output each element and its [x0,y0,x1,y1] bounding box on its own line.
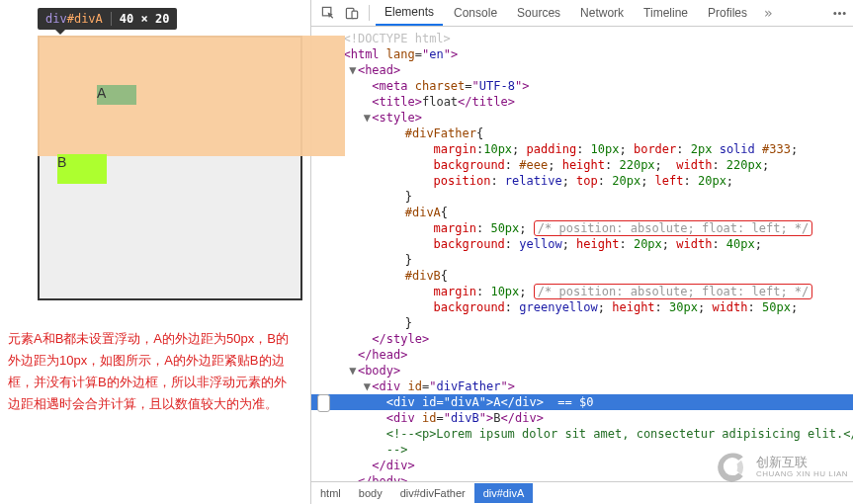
devtools-panel: Elements Console Sources Network Timelin… [310,0,853,504]
svg-point-4 [838,12,840,14]
dom-tree[interactable]: <!DOCTYPE html> <html lang="en"> ▼<head>… [311,27,853,481]
svg-point-3 [833,12,835,14]
preview-divB: B [57,154,107,184]
watermark-en: CHUANG XIN HU LIAN [756,470,848,479]
tab-profiles[interactable]: Profiles [699,1,756,25]
dom-line[interactable]: #divFather{ [311,126,853,141]
svg-point-5 [843,12,845,14]
watermark-zh: 创新互联 [756,456,848,469]
dom-line[interactable]: ▼<style> [311,110,853,126]
dom-line[interactable]: background: yellow; height: 20px; width:… [311,236,853,252]
dom-line[interactable]: } [311,189,853,205]
select-element-icon[interactable] [317,2,339,24]
margin-highlight [38,36,345,156]
divider [369,5,370,21]
dom-line[interactable]: <title>float</title> [311,94,853,110]
tab-sources[interactable]: Sources [508,1,569,25]
crumb-father[interactable]: div#divFather [391,483,474,503]
dom-line[interactable]: background: greenyellow; height: 30px; w… [311,299,853,315]
dom-line[interactable]: } [311,315,853,331]
explanation-text: 元素A和B都未设置浮动，A的外边距为50px，B的外边距为10px，如图所示，A… [8,328,290,415]
dom-line[interactable]: #divB{ [311,268,853,284]
crumb-divA[interactable]: div#divA [474,483,534,503]
dom-line[interactable]: margin:10px; padding: 10px; border: 2px … [311,141,853,157]
dom-line[interactable]: <!--<p>Lorem ipsum dolor sit amet, conse… [311,426,853,442]
dom-line[interactable]: <div id="divA">A</div> == $0⋯ [311,394,853,410]
device-toggle-icon[interactable] [341,2,363,24]
preview-divA: A [97,85,136,105]
dom-line[interactable]: </head> [311,347,853,363]
preview-pane: div#divA 40 × 20 A B 元素A和B都未设置浮动，A的外边距为5… [0,0,310,504]
inspector-tooltip: div#divA 40 × 20 [38,8,177,30]
dom-line[interactable]: <!DOCTYPE html> [311,31,853,46]
dom-line[interactable]: <div id="divB">B</div> [311,410,853,426]
dom-line[interactable]: <meta charset="UTF-8"> [311,78,853,94]
tab-elements[interactable]: Elements [376,0,443,26]
devtools-menu-icon[interactable] [828,2,850,24]
svg-rect-2 [352,11,358,19]
tab-timeline[interactable]: Timeline [635,1,697,25]
tab-network[interactable]: Network [571,1,633,25]
dom-line[interactable]: #divA{ [311,205,853,220]
devtools-toolbar: Elements Console Sources Network Timelin… [311,0,853,27]
dom-line[interactable]: margin: 50px; /* position: absolute; flo… [311,220,853,236]
dom-line[interactable]: margin: 10px; /* position: absolute; flo… [311,284,853,299]
tooltip-id: #divA [67,12,103,26]
ellipsis-icon[interactable]: ⋯ [317,394,330,412]
tabs-overflow-icon[interactable]: » [758,5,778,21]
dom-line[interactable]: ▼<head> [311,62,853,78]
watermark-logo-icon [715,450,750,485]
preview-canvas: A B [38,36,302,300]
dom-line[interactable]: </style> [311,331,853,347]
dom-line[interactable]: <html lang="en"> [311,46,853,62]
tooltip-dimensions: 40 × 20 [111,12,170,26]
dom-line[interactable]: background: #eee; height: 220px; width: … [311,157,853,173]
dom-line[interactable]: ▼<body> [311,363,853,378]
dom-line[interactable]: position: relative; top: 20px; left: 20p… [311,173,853,189]
crumb-body[interactable]: body [350,483,391,503]
tooltip-tag: div [45,12,67,26]
crumb-html[interactable]: html [311,483,350,503]
dom-line[interactable]: } [311,252,853,268]
watermark: 创新互联 CHUANG XIN HU LIAN [715,447,853,488]
tab-console[interactable]: Console [445,1,506,25]
dom-line[interactable]: ▼<div id="divFather"> [311,378,853,394]
